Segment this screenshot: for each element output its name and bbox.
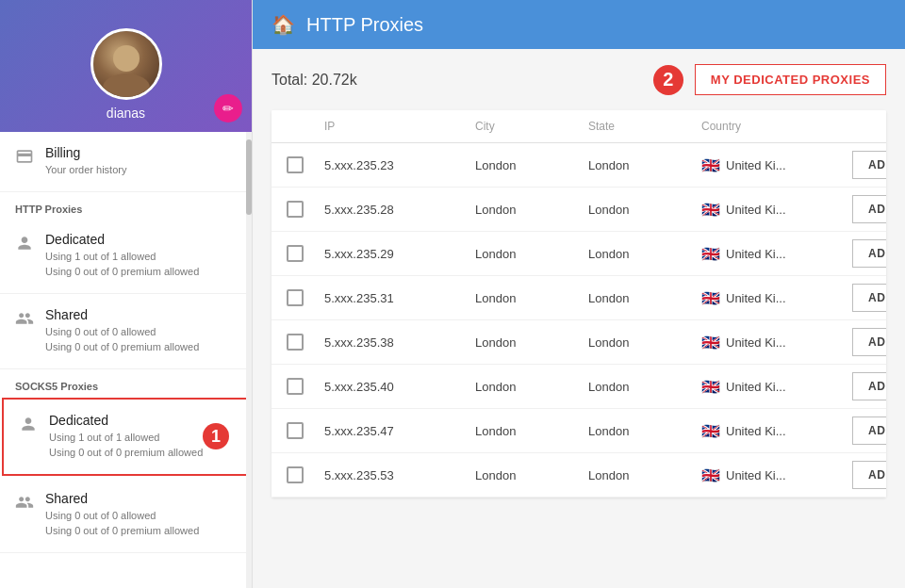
http-proxies-label: HTTP Proxies	[0, 192, 252, 219]
row-checkbox-6[interactable]	[287, 422, 324, 439]
table-row: 5.xxx.235.31 London London 🇬🇧 United Ki.…	[272, 276, 886, 320]
row-checkbox-3[interactable]	[287, 289, 324, 306]
socks5-dedicated-text: Dedicated Using 1 out of 1 allowed Using…	[49, 413, 203, 461]
http-shared-sub1: Using 0 out of 0 allowed	[45, 324, 199, 340]
row-country-0: 🇬🇧 United Ki...	[701, 156, 852, 174]
row-country-7: 🇬🇧 United Ki...	[701, 466, 852, 484]
add-to-cart-button-5[interactable]: ADD TO CART	[852, 372, 886, 400]
row-city-2: London	[475, 247, 588, 261]
row-checkbox-7[interactable]	[287, 466, 324, 483]
http-dedicated-sub1: Using 1 out of 1 allowed	[45, 249, 199, 265]
country-name-4: United Ki...	[726, 335, 786, 350]
add-to-cart-button-0[interactable]: ADD TO CART	[852, 151, 886, 179]
row-country-5: 🇬🇧 United Ki...	[701, 378, 852, 396]
add-to-cart-button-1[interactable]: ADD TO CART	[852, 195, 886, 223]
sidebar-scrollable: Billing Your order history HTTP Proxies …	[0, 132, 252, 588]
row-ip-1: 5.xxx.235.28	[324, 203, 475, 217]
add-to-cart-button-3[interactable]: ADD TO CART	[852, 284, 886, 312]
row-checkbox-1[interactable]	[287, 201, 324, 218]
socks5-proxies-label: SOCKS5 Proxies	[0, 369, 252, 396]
http-shared-text: Shared Using 0 out of 0 allowed Using 0 …	[45, 307, 199, 355]
add-to-cart-button-4[interactable]: ADD TO CART	[852, 328, 886, 356]
row-state-0: London	[588, 158, 701, 172]
socks5-dedicated-icon	[19, 415, 38, 438]
total-label: Total: 20.72k	[272, 72, 357, 89]
sidebar: dianas ✏ Billing Your order history HTTP…	[0, 0, 253, 588]
row-state-7: London	[588, 468, 701, 482]
http-shared-sub2: Using 0 out of 0 premium allowed	[45, 339, 199, 355]
table-row: 5.xxx.235.28 London London 🇬🇧 United Ki.…	[272, 188, 886, 232]
table-row: 5.xxx.235.47 London London 🇬🇧 United Ki.…	[272, 409, 886, 453]
country-name-2: United Ki...	[726, 247, 786, 261]
col-action	[852, 120, 871, 133]
row-country-3: 🇬🇧 United Ki...	[701, 289, 852, 307]
sidebar-item-socks5-shared[interactable]: Shared Using 0 out of 0 allowed Using 0 …	[0, 478, 252, 553]
row-action-3: ADD TO CART	[852, 284, 886, 312]
my-dedicated-proxies-button[interactable]: MY DEDICATED PROXIES	[695, 64, 886, 95]
col-city: City	[475, 120, 588, 133]
table-row: 5.xxx.235.40 London London 🇬🇧 United Ki.…	[272, 365, 886, 409]
home-icon[interactable]: 🏠	[272, 13, 295, 36]
row-ip-0: 5.xxx.235.23	[324, 158, 475, 172]
username: dianas	[107, 106, 145, 121]
country-name-6: United Ki...	[726, 424, 786, 438]
row-ip-3: 5.xxx.235.31	[324, 291, 475, 305]
row-action-2: ADD TO CART	[852, 239, 886, 268]
billing-icon	[15, 147, 34, 171]
main-content: 🏠 HTTP Proxies Total: 20.72k 2 MY DEDICA…	[253, 0, 905, 588]
socks5-dedicated-sub2: Using 0 out of 0 premium allowed	[49, 445, 203, 461]
add-to-cart-button-2[interactable]: ADD TO CART	[852, 239, 886, 268]
flag-icon-6: 🇬🇧	[701, 422, 720, 440]
row-ip-2: 5.xxx.235.29	[324, 247, 475, 261]
flag-icon-2: 🇬🇧	[701, 245, 720, 263]
col-ip: IP	[324, 120, 475, 133]
row-action-6: ADD TO CART	[852, 416, 886, 445]
sidebar-item-http-shared[interactable]: Shared Using 0 out of 0 allowed Using 0 …	[0, 294, 252, 369]
scrollbar-thumb[interactable]	[246, 139, 252, 215]
avatar-image	[93, 31, 159, 97]
row-state-6: London	[588, 424, 701, 438]
socks5-dedicated-sub1: Using 1 out of 1 allowed	[49, 430, 203, 446]
col-checkbox	[287, 120, 324, 133]
add-to-cart-button-6[interactable]: ADD TO CART	[852, 416, 886, 445]
topbar: 🏠 HTTP Proxies	[253, 0, 905, 49]
row-country-6: 🇬🇧 United Ki...	[701, 422, 852, 440]
table-body: 5.xxx.235.23 London London 🇬🇧 United Ki.…	[272, 143, 886, 498]
row-ip-5: 5.xxx.235.40	[324, 380, 475, 394]
scrollbar-track[interactable]	[246, 132, 252, 588]
row-action-5: ADD TO CART	[852, 372, 886, 400]
sidebar-item-http-dedicated[interactable]: Dedicated Using 1 out of 1 allowed Using…	[0, 219, 252, 294]
sidebar-item-billing[interactable]: Billing Your order history	[0, 132, 252, 192]
country-name-0: United Ki...	[726, 158, 786, 172]
content-header: Total: 20.72k 2 MY DEDICATED PROXIES	[272, 64, 886, 95]
socks5-shared-title: Shared	[45, 491, 199, 506]
http-dedicated-text: Dedicated Using 1 out of 1 allowed Using…	[45, 232, 199, 280]
http-shared-title: Shared	[45, 307, 199, 322]
billing-title: Billing	[45, 145, 126, 160]
row-city-5: London	[475, 380, 588, 394]
row-country-4: 🇬🇧 United Ki...	[701, 334, 852, 351]
flag-icon-7: 🇬🇧	[701, 466, 720, 484]
flag-icon-4: 🇬🇧	[701, 334, 720, 351]
row-action-0: ADD TO CART	[852, 151, 886, 179]
row-checkbox-2[interactable]	[287, 245, 324, 262]
edit-button[interactable]: ✏	[214, 94, 242, 122]
flag-icon-5: 🇬🇧	[701, 378, 720, 396]
country-name-5: United Ki...	[726, 380, 786, 394]
socks5-dedicated-title: Dedicated	[49, 413, 203, 428]
table-row: 5.xxx.235.29 London London 🇬🇧 United Ki.…	[272, 232, 886, 276]
add-to-cart-button-7[interactable]: ADD TO CART	[852, 461, 886, 489]
row-state-1: London	[588, 203, 701, 217]
content-area: Total: 20.72k 2 MY DEDICATED PROXIES IP …	[253, 49, 905, 588]
row-state-3: London	[588, 291, 701, 305]
row-checkbox-4[interactable]	[287, 334, 324, 351]
sidebar-header: dianas ✏	[0, 0, 252, 132]
sidebar-item-socks5-dedicated[interactable]: Dedicated Using 1 out of 1 allowed Using…	[2, 398, 250, 476]
row-country-1: 🇬🇧 United Ki...	[701, 201, 852, 219]
row-checkbox-0[interactable]	[287, 156, 324, 173]
row-city-3: London	[475, 291, 588, 305]
row-city-6: London	[475, 424, 588, 438]
flag-icon-3: 🇬🇧	[701, 289, 720, 307]
row-checkbox-5[interactable]	[287, 378, 324, 395]
col-country: Country	[701, 120, 852, 133]
